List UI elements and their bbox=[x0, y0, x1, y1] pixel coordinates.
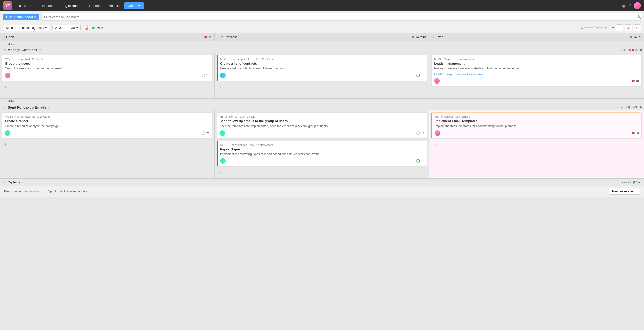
swimlane-1-id-row: ⋮ MS-7 bbox=[0, 41, 644, 47]
card-ms88-title: Create a report bbox=[5, 119, 210, 123]
card-ms95-footer: 3h bbox=[220, 73, 424, 78]
swimlane-2-fixed-col: MS-45 Critical Task Emails Implement Ema… bbox=[429, 110, 644, 179]
card-ms88-time-icon bbox=[202, 131, 205, 135]
col-fixed-time: 1w1d bbox=[630, 35, 641, 39]
chart-view-icon[interactable]: 📈 bbox=[625, 24, 632, 31]
card-ms96-title: Send follow-up emails to the group of us… bbox=[220, 119, 424, 123]
swimlane-1-collapse[interactable]: ▾ bbox=[4, 48, 6, 52]
swimlane-2-collapse[interactable]: ▾ bbox=[4, 106, 6, 109]
card-ms95-desc: Create a list of contacts to send follow… bbox=[220, 66, 424, 71]
search-icon: 🔍 bbox=[637, 15, 641, 19]
swimlane-2-time-dot bbox=[628, 106, 630, 109]
nav-issues[interactable]: Issues bbox=[14, 2, 29, 9]
card-ms95-time: 3h bbox=[416, 74, 424, 77]
swimlane-2-open-col: MS-88 Normal Task No subsystem Create a … bbox=[0, 110, 215, 179]
swimlane-2-inprogress-add[interactable]: + bbox=[217, 169, 427, 176]
board-search-input[interactable] bbox=[41, 13, 642, 21]
list-view-icon[interactable]: ☰ bbox=[616, 24, 623, 31]
sprint-goal-label: Sprint goal: bbox=[48, 190, 64, 193]
swimlane-2-open-add[interactable]: + bbox=[2, 141, 212, 148]
swimlane-1-fixed-add[interactable]: + bbox=[431, 89, 642, 96]
open-time-dot bbox=[204, 36, 207, 38]
settings-icon[interactable]: ⚙ bbox=[634, 24, 641, 31]
swimlane-1-title-row: ▾ Manage Contacts ✏ 3 cards 2d3h bbox=[0, 47, 644, 53]
swimlane-send-followup: ⋮ MS-16 ▾ Send Follow-up Emails ✏ 4 card… bbox=[0, 99, 644, 179]
card-ms45-avatar bbox=[435, 130, 440, 136]
card-ms40-desc: Implement the following types of report … bbox=[220, 152, 424, 156]
swimlane-2-columns: MS-88 Normal Task No subsystem Create a … bbox=[0, 110, 644, 179]
card-ms45-time: 3d bbox=[632, 131, 639, 135]
swimlane-1-drag-handle[interactable]: ⋮ bbox=[2, 42, 5, 46]
footer-bar: Board owner: vandrianova | Sprint goal: … bbox=[0, 186, 644, 197]
swimlane-1-id: MS-7 bbox=[7, 42, 15, 46]
card-ms97-title: Group the users bbox=[5, 62, 210, 65]
board-selector[interactable]: CMS Scrum board ▾ bbox=[3, 14, 39, 20]
notifications-icon[interactable]: ◉ bbox=[622, 3, 626, 8]
burndown-chart-icon[interactable]: 📊 bbox=[84, 25, 89, 31]
card-ms98-link[interactable]: MS-10: Keep Emails as Attachments bbox=[434, 73, 639, 76]
sprint-goal-value: Follow-up emails bbox=[64, 190, 87, 193]
orphans-label: Orphans bbox=[8, 180, 20, 184]
card-ms88-meta: MS-88 Normal Task No subsystem bbox=[5, 115, 210, 118]
card-ms45[interactable]: MS-45 Critical Task Emails Implement Ema… bbox=[431, 112, 642, 139]
sprint-bar: Sprint 3 - Lead management ▾ 20 Jun — 3 … bbox=[0, 23, 644, 33]
sprint-selector[interactable]: Sprint 3 - Lead management ▾ bbox=[3, 25, 49, 31]
card-size-slider[interactable] bbox=[584, 27, 604, 28]
col-fixed-arrow[interactable]: ◂ bbox=[432, 35, 434, 39]
swimlane-2-inprogress-col: MS-96 Normal Task Emails Send follow-up … bbox=[215, 110, 430, 179]
swimlane-1-time-dot bbox=[632, 49, 634, 51]
help-icon[interactable]: ? bbox=[629, 3, 631, 8]
card-ms98-desc: Research several business websites to fi… bbox=[434, 66, 639, 71]
card-ms88[interactable]: MS-88 Normal Task No subsystem Create a … bbox=[2, 112, 212, 139]
nav-agile-boards[interactable]: Agile Boards bbox=[61, 2, 85, 9]
col-header-inprogress: ◂ In Progress 1w2d1h bbox=[215, 33, 430, 41]
card-ms45-time-dot bbox=[632, 132, 635, 134]
card-ms98-meta: MS-98 Major Task No subsystem bbox=[434, 58, 639, 61]
swimlane-manage-contacts: ⋮ MS-7 ▾ Manage Contacts ✏ 3 cards 2d3h … bbox=[0, 41, 644, 99]
create-button[interactable]: Create ▾ bbox=[124, 2, 144, 9]
col-header-open: ◂ Open 3d bbox=[0, 33, 215, 41]
user-avatar[interactable] bbox=[634, 2, 641, 9]
board-owner-link[interactable]: vandrianova bbox=[23, 190, 39, 193]
swimlane-2-title-row: ▾ Send Follow-up Emails ✏ 4 cards 1w3d6h bbox=[0, 104, 644, 110]
new-swimlane-button[interactable]: New swimlane ... bbox=[609, 188, 640, 195]
card-ms96-footer: 3h bbox=[220, 130, 424, 136]
board-header: CMS Scrum board ▾ 🔍 bbox=[0, 11, 644, 23]
top-navigation: YT Issues ▾ | Dashboard Agile Boards Rep… bbox=[0, 0, 644, 11]
card-ms40-meta: MS-40 Show-stopper Task No subsystem bbox=[220, 143, 424, 146]
swimlane-1-inprogress-add[interactable]: + bbox=[217, 83, 427, 91]
col-inprogress-arrow[interactable]: ◂ bbox=[218, 35, 219, 39]
sprint-chevron-icon: ▾ bbox=[45, 26, 47, 30]
card-ms95-time-icon bbox=[416, 74, 420, 77]
swimlane-2-id: MS-16 bbox=[7, 100, 16, 103]
card-ms97-meta: MS-97 Normal Task Contacts bbox=[5, 58, 210, 61]
swimlane-1-edit-icon[interactable]: ✏ bbox=[39, 48, 41, 52]
swimlane-2-drag-handle[interactable]: ⋮ bbox=[2, 100, 5, 103]
orphans-collapse[interactable]: ▾ bbox=[4, 181, 6, 184]
time-dot-green bbox=[92, 27, 95, 29]
card-ms97-desc: Group the users according to their inter… bbox=[5, 66, 210, 71]
board-chevron-icon: ▾ bbox=[34, 15, 36, 19]
card-ms40[interactable]: MS-40 Show-stopper Task No subsystem Rep… bbox=[217, 141, 427, 167]
nav-issues-arrow[interactable]: ▾ bbox=[31, 4, 32, 7]
card-ms88-desc: Create a report to analyze the campaign bbox=[5, 124, 210, 128]
swimlane-2-count: 4 cards 1w3d6h bbox=[617, 106, 642, 109]
card-ms45-title: Implement Email Templates bbox=[435, 119, 639, 123]
card-ms40-time-dot bbox=[416, 159, 420, 163]
card-ms95[interactable]: MS-95 Show-stopper Exception Contacts Cr… bbox=[217, 55, 427, 81]
swimlane-2-edit-icon[interactable]: ✏ bbox=[48, 106, 51, 109]
card-ms96-time: 3h bbox=[416, 131, 424, 135]
col-inprogress-label: In Progress bbox=[221, 35, 237, 39]
nav-dashboard[interactable]: Dashboard bbox=[38, 2, 59, 9]
card-ms97[interactable]: MS-97 Normal Task Contacts Group the use… bbox=[2, 55, 212, 81]
nav-reports[interactable]: Reports bbox=[87, 2, 103, 9]
card-ms98[interactable]: MS-98 Major Task No subsystem Leads mana… bbox=[431, 55, 642, 87]
swimlane-1-open-add[interactable]: + bbox=[2, 83, 212, 91]
card-ms97-time-icon bbox=[202, 74, 205, 77]
card-ms95-meta: MS-95 Show-stopper Exception Contacts bbox=[220, 58, 424, 61]
date-selector[interactable]: 20 Jun — 3 Jul ▾ bbox=[52, 25, 81, 31]
nav-projects[interactable]: Projects bbox=[105, 2, 122, 9]
col-open-arrow[interactable]: ◂ bbox=[3, 35, 5, 39]
card-ms96[interactable]: MS-96 Normal Task Emails Send follow-up … bbox=[217, 112, 427, 139]
swimlane-2-fixed-add[interactable]: + bbox=[431, 141, 642, 148]
